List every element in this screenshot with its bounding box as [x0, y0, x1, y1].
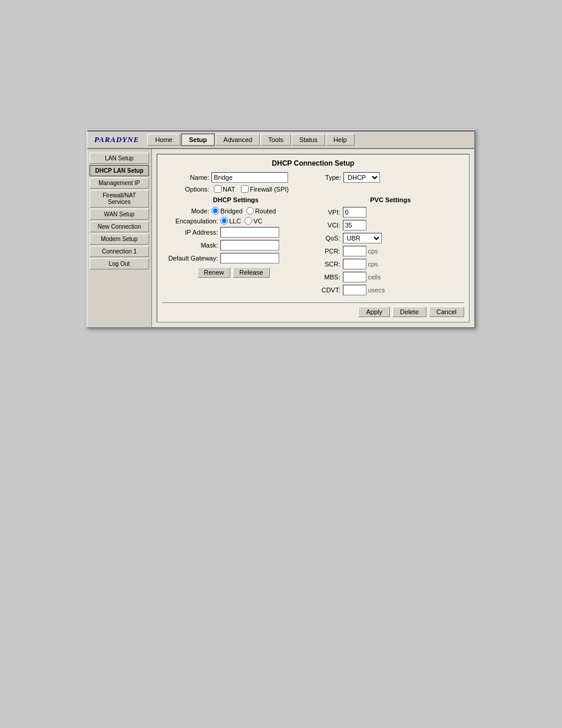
- mode-row: Mode: Bridged Routed: [162, 207, 310, 215]
- vci-label: VCI:: [317, 222, 340, 229]
- nav-status[interactable]: Status: [292, 134, 325, 146]
- encap-radio-group: LLC VC: [220, 217, 262, 225]
- llc-text: LLC: [229, 218, 241, 225]
- dhcp-column: DHCP Settings Mode: Bridged: [162, 196, 310, 298]
- scr-label: SCR:: [317, 261, 340, 268]
- scr-row: SCR: cps: [317, 259, 465, 269]
- sidebar-new-connection[interactable]: New Connection: [90, 221, 149, 232]
- vpi-label: VPI:: [317, 209, 340, 216]
- pcr-row: PCR: cps: [317, 246, 465, 256]
- mask-row: Mask:: [162, 240, 310, 251]
- encap-vc-label[interactable]: VC: [244, 217, 262, 225]
- cdvt-row: CDVT: usecs: [317, 285, 465, 295]
- cdvt-label: CDVT:: [317, 286, 340, 294]
- sidebar-connection-1[interactable]: Connection 1: [90, 246, 149, 257]
- encap-row: Encapsulation: LLC VC: [162, 217, 310, 225]
- brand-logo: PARADYNE: [90, 134, 144, 146]
- sidebar-lan-setup[interactable]: LAN Setup: [90, 153, 149, 164]
- sidebar-dhcp-lan-setup[interactable]: DHCP LAN Setup: [90, 165, 149, 176]
- nav-setup[interactable]: Setup: [181, 133, 216, 146]
- encap-label: Encapsulation:: [162, 218, 218, 225]
- nat-label: NAT: [223, 186, 235, 193]
- scr-input[interactable]: [343, 259, 366, 269]
- renew-button[interactable]: Renew: [197, 267, 230, 278]
- sidebar: LAN Setup DHCP LAN Setup Management IP F…: [87, 149, 152, 327]
- dhcp-section-title: DHCP Settings: [162, 196, 310, 203]
- mode-routed-radio[interactable]: [246, 207, 254, 215]
- type-select[interactable]: DHCP PPPoE Static: [343, 172, 380, 183]
- name-row: Name: Type: DHCP PPPoE Static: [162, 172, 464, 183]
- gateway-row: Default Gateway:: [162, 253, 310, 263]
- mode-bridged-label[interactable]: Bridged: [211, 207, 243, 215]
- nav-tools[interactable]: Tools: [260, 134, 291, 146]
- pvc-column: PVC Settings VPI: VCI:: [317, 196, 465, 298]
- delete-button[interactable]: Delete: [392, 307, 427, 317]
- sidebar-management-ip[interactable]: Management IP: [90, 177, 149, 189]
- qos-label: QoS:: [317, 235, 340, 242]
- ip-address-row: IP Address:: [162, 227, 310, 238]
- pvc-section-title: PVC Settings: [317, 196, 465, 203]
- panel-box: DHCP Connection Setup Name: Type: DHCP P…: [157, 154, 470, 322]
- cdvt-input[interactable]: [343, 285, 366, 295]
- mode-routed-label[interactable]: Routed: [246, 207, 276, 215]
- encap-llc-label[interactable]: LLC: [220, 217, 241, 225]
- scr-unit: cps: [368, 261, 378, 268]
- main-content: LAN Setup DHCP LAN Setup Management IP F…: [87, 149, 474, 327]
- ip-label: IP Address:: [162, 229, 218, 236]
- footer-btn-row: Apply Delete Cancel: [162, 302, 464, 317]
- nav-help[interactable]: Help: [326, 134, 355, 146]
- name-input[interactable]: [211, 172, 288, 183]
- sidebar-wan-setup[interactable]: WAN Setup: [90, 209, 149, 220]
- sidebar-firewall-nat[interactable]: Firewall/NAT Services: [90, 190, 149, 207]
- nat-checkbox-label[interactable]: NAT: [214, 185, 235, 193]
- nav-bar: PARADYNE Home Setup Advanced Tools Statu…: [87, 131, 474, 149]
- nav-advanced[interactable]: Advanced: [216, 134, 260, 146]
- encap-vc-radio[interactable]: [244, 217, 252, 225]
- firewall-checkbox-label[interactable]: Firewall (SPI): [241, 185, 289, 193]
- mbs-input[interactable]: [343, 272, 366, 282]
- browser-window: PARADYNE Home Setup Advanced Tools Statu…: [87, 130, 475, 328]
- type-label: Type:: [294, 174, 341, 181]
- renew-release-row: Renew Release: [162, 267, 310, 278]
- mode-bridged-radio[interactable]: [211, 207, 219, 215]
- ip-address-input[interactable]: [220, 227, 279, 238]
- pcr-label: PCR:: [317, 248, 340, 255]
- pcr-input[interactable]: [343, 246, 366, 256]
- vpi-input[interactable]: [343, 207, 366, 218]
- panel-title: DHCP Connection Setup: [162, 159, 464, 167]
- two-columns: DHCP Settings Mode: Bridged: [162, 196, 464, 298]
- cancel-button[interactable]: Cancel: [429, 307, 464, 317]
- release-button[interactable]: Release: [233, 267, 269, 278]
- apply-button[interactable]: Apply: [358, 307, 390, 317]
- mask-input[interactable]: [220, 240, 279, 251]
- options-label: Options:: [162, 186, 209, 193]
- sidebar-log-out[interactable]: Log Out: [90, 258, 149, 269]
- cdvt-unit: usecs: [368, 286, 385, 294]
- mode-radio-group: Bridged Routed: [211, 207, 276, 215]
- firewall-checkbox[interactable]: [241, 185, 249, 193]
- routed-text: Routed: [255, 207, 276, 215]
- mbs-row: MBS: cells: [317, 272, 465, 282]
- vpi-row: VPI:: [317, 207, 465, 218]
- vci-input[interactable]: [343, 220, 366, 230]
- pcr-unit: cps: [368, 248, 378, 255]
- vci-row: VCI:: [317, 220, 465, 230]
- mbs-label: MBS:: [317, 274, 340, 281]
- mask-label: Mask:: [162, 242, 218, 249]
- firewall-label: Firewall (SPI): [250, 186, 289, 193]
- options-row: Options: NAT Firewall (SPI): [162, 185, 464, 193]
- sidebar-modem-setup[interactable]: Modem Setup: [90, 233, 149, 245]
- encap-llc-radio[interactable]: [220, 217, 228, 225]
- gateway-label: Default Gateway:: [162, 255, 218, 262]
- content-panel: DHCP Connection Setup Name: Type: DHCP P…: [152, 149, 474, 327]
- nat-checkbox[interactable]: [214, 185, 222, 193]
- vc-text: VC: [253, 218, 262, 225]
- gateway-input[interactable]: [220, 253, 279, 263]
- mode-label: Mode:: [162, 207, 209, 215]
- qos-select[interactable]: UBR CBR VBR-rt VBR-nrt: [343, 233, 382, 243]
- mbs-unit: cells: [368, 274, 381, 281]
- name-label: Name:: [162, 174, 209, 181]
- bridged-text: Bridged: [220, 207, 243, 215]
- qos-row: QoS: UBR CBR VBR-rt VBR-nrt: [317, 233, 465, 243]
- nav-home[interactable]: Home: [147, 134, 180, 146]
